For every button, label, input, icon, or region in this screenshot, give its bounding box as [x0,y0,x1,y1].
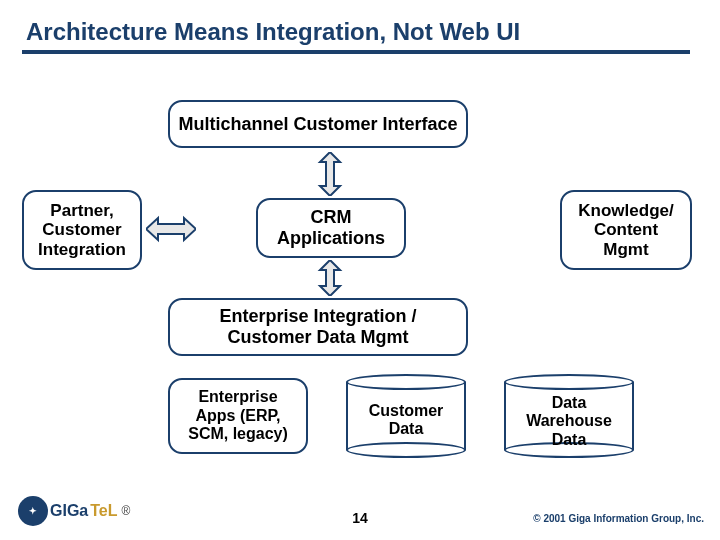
copyright: © 2001 Giga Information Group, Inc. [533,513,704,524]
svg-marker-2 [146,218,196,240]
cylinder-customer-data: Customer Data [346,374,466,458]
page-number: 14 [352,510,368,526]
svg-marker-0 [320,152,340,196]
node-partner: Partner, Customer Integration [22,190,142,270]
svg-marker-1 [320,260,340,296]
brand-text-a: GIGa [50,502,88,520]
registered-icon: ® [122,504,131,518]
cylinder-dw-data: Data Warehouse Data [504,374,634,458]
node-multichannel: Multichannel Customer Interface [168,100,468,148]
arrow-vertical-icon [312,152,348,196]
arrow-horizontal-icon [146,214,196,244]
node-crm: CRM Applications [256,198,406,258]
arrow-vertical-icon [312,260,348,296]
node-enterprise-integration: Enterprise Integration / Customer Data M… [168,298,468,356]
node-enterprise-apps: Enterprise Apps (ERP, SCM, legacy) [168,378,308,454]
brand-logo: ✦ GIGaTeL ® [18,496,130,526]
title-underline [22,50,690,54]
cylinder-label: Customer Data [346,402,466,439]
slide: GIGaTeL Architecture Means Integration, … [0,0,720,540]
globe-icon: ✦ [18,496,48,526]
brand-text-b: TeL [90,502,117,520]
node-knowledge: Knowledge/ Content Mgmt [560,190,692,270]
cylinder-label: Data Warehouse Data [504,394,634,449]
page-title: Architecture Means Integration, Not Web … [26,18,520,46]
arrow-horizontal-icon [468,214,518,244]
